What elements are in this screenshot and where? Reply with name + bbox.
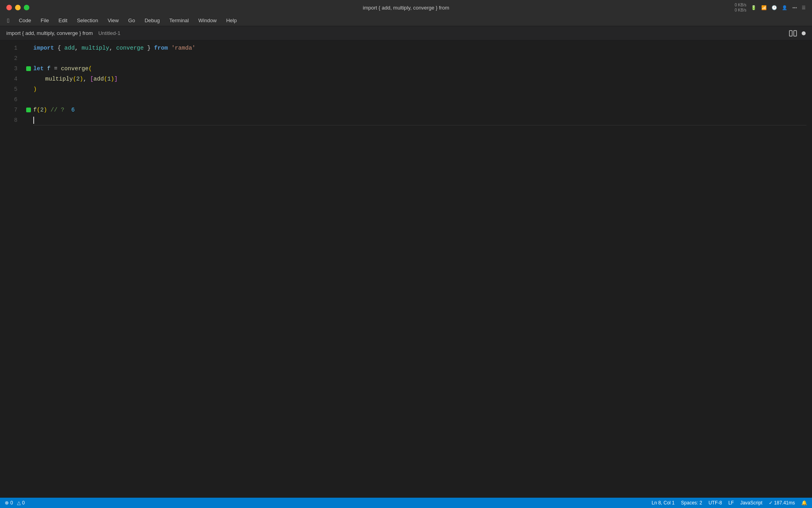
menu-code[interactable]: Code bbox=[15, 17, 35, 24]
split-editor-icon[interactable] bbox=[789, 30, 797, 37]
menu-window[interactable]: Window bbox=[194, 17, 220, 24]
line-num-6: 6 bbox=[6, 94, 17, 105]
import-converge: converge bbox=[116, 43, 144, 53]
menu-edit[interactable]: Edit bbox=[55, 17, 71, 24]
import-multiply: multiply bbox=[82, 43, 109, 53]
cursor-position[interactable]: Ln 8, Col 1 bbox=[651, 500, 674, 506]
code-line-5: ) bbox=[33, 84, 812, 94]
quokka-status[interactable]: ✓ 187.41ms bbox=[769, 500, 795, 506]
editor-container: import { add, multiply, converge } from … bbox=[0, 26, 812, 498]
paren-open-7: ( bbox=[37, 105, 40, 115]
code-line-8[interactable] bbox=[33, 115, 812, 125]
code-content[interactable]: import { add , multiply , converge } fro… bbox=[33, 40, 812, 498]
code-line-3: let f = converge ( bbox=[33, 64, 812, 74]
svg-rect-0 bbox=[789, 31, 792, 36]
svg-rect-1 bbox=[794, 31, 797, 36]
status-bar: ⊗ 0 △ 0 Ln 8, Col 1 Spaces: 2 UTF-8 LF J… bbox=[0, 498, 812, 508]
gutter-8 bbox=[24, 115, 33, 125]
language-mode[interactable]: JavaScript bbox=[740, 500, 762, 506]
error-icon: ⊗ bbox=[5, 500, 9, 506]
menu-terminal[interactable]: Terminal bbox=[165, 17, 193, 24]
menu-file[interactable]: File bbox=[37, 17, 53, 24]
breadcrumb-actions bbox=[789, 30, 806, 37]
comment-7: // ? bbox=[51, 105, 68, 115]
breadcrumb: import { add, multiply, converge } from … bbox=[6, 30, 121, 36]
keyword-import: import bbox=[33, 43, 54, 53]
window-title: import { add, multiply, converge } from bbox=[363, 5, 449, 11]
titlebar-widgets: 0 KB/s 0 KB/s 🔋 📶 🕐 👤 ••• ☰ bbox=[735, 2, 806, 13]
code-line-7: f ( 2 ) // ? 6 bbox=[33, 105, 812, 115]
menu-help[interactable]: Help bbox=[222, 17, 241, 24]
menu-go[interactable]: Go bbox=[124, 17, 139, 24]
error-number: 0 bbox=[10, 500, 13, 506]
breadcrumb-filename: Untitled-1 bbox=[98, 30, 121, 36]
fn-call-f: f bbox=[33, 105, 37, 115]
var-f: f bbox=[47, 64, 51, 74]
line-num-1: 1 bbox=[6, 43, 17, 53]
import-add: add bbox=[64, 43, 75, 53]
gutter-2 bbox=[24, 53, 33, 64]
battery-icon: 🔋 bbox=[751, 5, 756, 10]
string-ramda: 'ramda' bbox=[171, 43, 195, 53]
menu-view[interactable]: View bbox=[103, 17, 123, 24]
menu-selection[interactable]: Selection bbox=[73, 17, 102, 24]
breakpoint-7 bbox=[26, 108, 31, 112]
status-left: ⊗ 0 △ 0 bbox=[5, 500, 25, 506]
line-num-7: 7 bbox=[6, 105, 17, 115]
cursor bbox=[33, 117, 34, 124]
line-num-4: 4 bbox=[6, 74, 17, 84]
close-button[interactable] bbox=[6, 5, 12, 10]
gutter-6 bbox=[24, 94, 33, 105]
eol[interactable]: LF bbox=[728, 500, 734, 506]
paren-close-4: ) bbox=[80, 74, 83, 84]
notification-icon[interactable]: 🔔 bbox=[801, 500, 807, 506]
code-line-1: import { add , multiply , converge } fro… bbox=[33, 43, 812, 53]
menu-apple[interactable]:  bbox=[3, 16, 13, 25]
paren-open-3: ( bbox=[88, 64, 92, 74]
menubar:  Code File Edit Selection View Go Debug… bbox=[0, 15, 812, 26]
line-num-3: 3 bbox=[6, 64, 17, 74]
gutter-5 bbox=[24, 84, 33, 94]
list-icon: ☰ bbox=[802, 5, 806, 10]
gutter-3[interactable] bbox=[24, 64, 33, 74]
code-line-6 bbox=[33, 94, 812, 105]
gutter-4 bbox=[24, 74, 33, 84]
num-2-call: 2 bbox=[40, 105, 44, 115]
gutter bbox=[24, 40, 33, 498]
minimize-button[interactable] bbox=[15, 5, 21, 10]
error-count[interactable]: ⊗ 0 △ 0 bbox=[5, 500, 25, 506]
menu-debug[interactable]: Debug bbox=[141, 17, 164, 24]
breadcrumb-bar: import { add, multiply, converge } from … bbox=[0, 26, 812, 40]
warning-icon: △ bbox=[17, 500, 21, 506]
num-1: 1 bbox=[107, 74, 111, 84]
gutter-7[interactable] bbox=[24, 105, 33, 115]
paren-open-4: ( bbox=[73, 74, 77, 84]
code-editor[interactable]: 1 2 3 4 5 6 7 8 import { add bbox=[0, 40, 812, 498]
keyword-from: from bbox=[154, 43, 168, 53]
scrollbar[interactable] bbox=[806, 40, 812, 498]
line-numbers: 1 2 3 4 5 6 7 8 bbox=[0, 40, 24, 498]
encoding[interactable]: UTF-8 bbox=[709, 500, 722, 506]
clock-icon: 🕐 bbox=[772, 5, 777, 10]
maximize-button[interactable] bbox=[24, 5, 29, 10]
window-controls bbox=[6, 5, 29, 10]
fn-add: add bbox=[94, 74, 104, 84]
line-num-2: 2 bbox=[6, 53, 17, 64]
fn-multiply: multiply bbox=[45, 74, 73, 84]
paren-open-add: ( bbox=[104, 74, 107, 84]
result-value: 6 bbox=[68, 105, 75, 115]
indent-spaces[interactable]: Spaces: 2 bbox=[681, 500, 702, 506]
titlebar: import { add, multiply, converge } from … bbox=[0, 0, 812, 15]
line-num-8: 8 bbox=[6, 115, 17, 125]
warning-number: 0 bbox=[22, 500, 25, 506]
status-right: Ln 8, Col 1 Spaces: 2 UTF-8 LF JavaScrip… bbox=[651, 500, 807, 506]
unsaved-indicator bbox=[802, 31, 806, 35]
line-num-5: 5 bbox=[6, 84, 17, 94]
paren-close-7: ) bbox=[44, 105, 47, 115]
paren-close-add: ) bbox=[111, 74, 114, 84]
bracket-close-4: ] bbox=[114, 74, 118, 84]
bracket-open-4: [ bbox=[90, 74, 94, 84]
code-line-4: multiply ( 2 ) , [ add ( 1 ) ] bbox=[33, 74, 812, 84]
gutter-1 bbox=[24, 43, 33, 53]
wifi-icon: 📶 bbox=[761, 5, 767, 10]
